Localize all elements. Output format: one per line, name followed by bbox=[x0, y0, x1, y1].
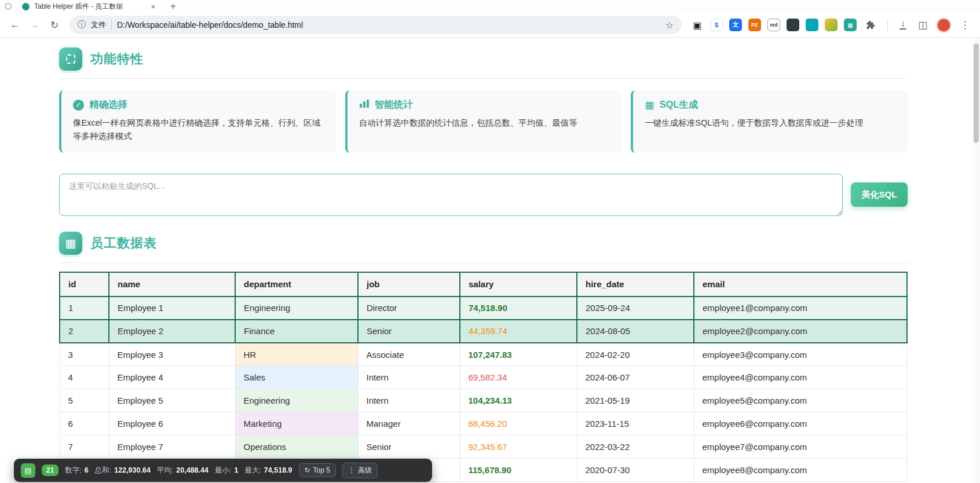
tab-close-icon[interactable]: × bbox=[149, 2, 156, 11]
extension-icon-3[interactable]: 文 bbox=[729, 19, 742, 31]
table-cell[interactable]: Employee 6 bbox=[109, 412, 235, 436]
table-cell[interactable]: employee5@company.com bbox=[694, 389, 907, 412]
table-cell-department[interactable]: Marketing bbox=[235, 412, 358, 436]
forward-button[interactable]: → bbox=[25, 16, 44, 34]
top5-button[interactable]: ↻ Top 5 bbox=[299, 463, 336, 477]
table-row: 6 Employee 6 Marketing Manager 88,456.20… bbox=[60, 412, 907, 436]
table-cell[interactable]: 4 bbox=[60, 366, 109, 389]
extension-icon-4[interactable]: FE bbox=[748, 19, 761, 31]
table-cell[interactable]: 3 bbox=[60, 343, 109, 366]
table-cell-salary[interactable]: 88,456.20 bbox=[460, 412, 577, 436]
column-header[interactable]: hire_date bbox=[577, 272, 694, 297]
table-cell-department[interactable]: Sales bbox=[235, 366, 358, 389]
table-cell[interactable]: employee3@company.com bbox=[694, 343, 907, 366]
page-scrollbar[interactable] bbox=[972, 38, 980, 483]
column-header[interactable]: id bbox=[60, 272, 109, 297]
bookmark-star-icon[interactable]: ☆ bbox=[665, 20, 674, 31]
profile-avatar[interactable] bbox=[937, 18, 951, 32]
extension-icon-7[interactable] bbox=[806, 19, 818, 31]
extension-icon-8[interactable] bbox=[825, 19, 838, 31]
table-cell[interactable]: Associate bbox=[358, 343, 460, 366]
side-panel-icon[interactable]: ◫ bbox=[913, 16, 932, 34]
table-cell-salary[interactable]: 44,359.74 bbox=[460, 320, 577, 343]
page-info-icon[interactable]: ⓘ bbox=[78, 20, 86, 30]
table-cell[interactable]: employee8@company.com bbox=[694, 459, 907, 482]
header-row: id name department job salary hire_date … bbox=[60, 272, 907, 297]
table-cell[interactable]: 2022-03-22 bbox=[577, 436, 694, 459]
table-cell[interactable]: 2 bbox=[60, 320, 109, 343]
table-cell[interactable]: Employee 5 bbox=[109, 389, 235, 412]
table-cell[interactable]: 2024-02-20 bbox=[577, 343, 694, 366]
table-cell-salary[interactable]: 74,518.90 bbox=[460, 297, 577, 320]
page-content: 功能特性 ✓ 精确选择 像Excel一样在网页表格中进行精确选择，支持单元格、行… bbox=[59, 38, 908, 482]
table-cell[interactable]: Senior bbox=[358, 436, 460, 459]
table-cell[interactable]: 2020-07-30 bbox=[577, 459, 694, 482]
table-cell-salary[interactable]: 107,247.83 bbox=[460, 343, 577, 366]
table-cell-salary[interactable]: 115,678.90 bbox=[460, 459, 577, 482]
table-cell-department[interactable]: HR bbox=[235, 343, 358, 366]
column-header[interactable]: job bbox=[358, 272, 460, 297]
table-cell[interactable]: employee7@company.com bbox=[694, 436, 907, 459]
table-cell[interactable]: Intern bbox=[358, 389, 460, 412]
table-cell[interactable]: Director bbox=[358, 297, 460, 320]
table-cell[interactable]: employee6@company.com bbox=[694, 412, 907, 436]
table-cell-salary[interactable]: 92,345.67 bbox=[460, 436, 577, 459]
table-cell[interactable]: 2021-05-19 bbox=[577, 389, 694, 412]
table-cell-salary[interactable]: 69,582.34 bbox=[460, 366, 577, 389]
advanced-button[interactable]: ⋮ 高级 bbox=[342, 463, 378, 478]
table-cell[interactable]: Employee 3 bbox=[109, 343, 235, 366]
table-cell[interactable]: 2024-08-05 bbox=[577, 320, 694, 343]
table-cell[interactable]: 2024-06-07 bbox=[577, 366, 694, 389]
table-cell-department[interactable]: Operations bbox=[235, 436, 358, 459]
menu-icon[interactable]: ⋮ bbox=[956, 16, 974, 34]
reload-button[interactable]: ↻ bbox=[45, 16, 64, 34]
extension-icon-5[interactable]: md bbox=[767, 19, 780, 31]
table-cell[interactable]: Manager bbox=[358, 412, 460, 436]
table-cell[interactable]: Senior bbox=[358, 320, 460, 343]
sql-input[interactable] bbox=[59, 174, 843, 216]
stat-max: 最大:74,518.9 bbox=[244, 466, 292, 475]
table-cell[interactable]: Employee 2 bbox=[109, 320, 235, 343]
check-circle-icon: ✓ bbox=[73, 100, 84, 111]
browser-tab[interactable]: Table Helper 插件 - 员工数据 × bbox=[17, 0, 161, 13]
table-cell[interactable]: 1 bbox=[60, 297, 109, 320]
back-button[interactable]: ← bbox=[6, 16, 24, 34]
extension-icon-6[interactable] bbox=[787, 19, 799, 31]
column-header[interactable]: department bbox=[235, 272, 358, 297]
stats-file-icon: ▤ bbox=[21, 463, 35, 478]
downloads-icon[interactable]: ↓ bbox=[894, 16, 912, 34]
table-cell[interactable]: Intern bbox=[358, 366, 460, 389]
address-bar[interactable]: ⓘ 文件 D:/Workspace/ai/table-helper/docs/d… bbox=[70, 16, 682, 34]
url-text[interactable]: D:/Workspace/ai/table-helper/docs/demo_t… bbox=[117, 20, 660, 30]
table-cell[interactable]: Employee 7 bbox=[109, 436, 235, 459]
extension-icon-1[interactable]: ▣ bbox=[691, 19, 704, 31]
table-cell-department[interactable]: Engineering bbox=[235, 389, 358, 412]
column-header[interactable]: email bbox=[694, 272, 907, 297]
tab-search-icon[interactable] bbox=[5, 3, 12, 10]
new-tab-button[interactable]: + bbox=[170, 1, 176, 12]
scrollbar-thumb[interactable] bbox=[974, 43, 979, 143]
extension-row: ▣ S 文 FE md ▦ bbox=[688, 17, 882, 32]
table-cell[interactable]: 6 bbox=[60, 412, 109, 436]
column-header[interactable]: salary bbox=[460, 272, 577, 297]
table-cell[interactable]: Employee 1 bbox=[109, 297, 235, 320]
table-cell[interactable]: Engineering bbox=[235, 297, 358, 320]
table-cell[interactable]: Finance bbox=[235, 320, 358, 343]
table-cell[interactable]: 5 bbox=[60, 389, 109, 412]
table-cell[interactable]: employee2@company.com bbox=[694, 320, 907, 343]
extensions-puzzle-icon[interactable] bbox=[863, 17, 878, 32]
table-cell[interactable]: Employee 4 bbox=[109, 366, 235, 389]
table-row: 7 Employee 7 Operations Senior 92,345.67… bbox=[60, 436, 907, 459]
table-cell[interactable]: 7 bbox=[60, 436, 109, 459]
extension-icon-2[interactable]: S bbox=[710, 19, 723, 31]
browser-window: Table Helper 插件 - 员工数据 × + ← → ↻ ⓘ 文件 D:… bbox=[0, 0, 980, 483]
table-cell[interactable]: employee4@company.com bbox=[694, 366, 907, 389]
column-header[interactable]: name bbox=[109, 272, 235, 297]
table-cell-salary[interactable]: 104,234.13 bbox=[460, 389, 577, 412]
employee-table: id name department job salary hire_date … bbox=[59, 272, 908, 482]
table-cell[interactable]: 2023-11-15 bbox=[577, 412, 694, 436]
table-cell[interactable]: 2025-09-24 bbox=[577, 297, 694, 320]
table-cell[interactable]: employee1@company.com bbox=[694, 297, 907, 320]
beautify-sql-button[interactable]: 美化SQL bbox=[851, 182, 908, 207]
extension-icon-9[interactable]: ▦ bbox=[844, 19, 857, 31]
